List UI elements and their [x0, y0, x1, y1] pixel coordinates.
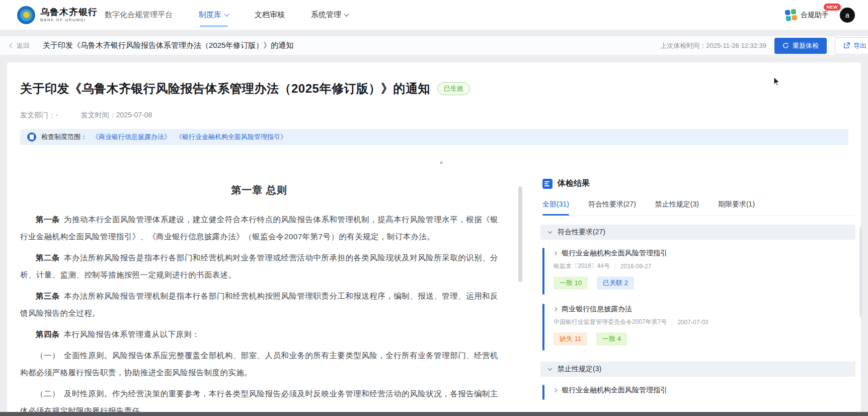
export-button[interactable]: 导出 — [835, 37, 868, 54]
result-item-risk-guideline-2[interactable]: 银行业金融机构全面风险管理指引 — [542, 383, 855, 402]
doc-paragraph: 第四条本行风险报告体系管理遵从以下原则： — [20, 326, 498, 343]
document-meta: 发文部门：- 发文时间：2025-07-08 — [20, 111, 152, 120]
document-body: 第一章 总则 第一条为推动本行全面风险管理体系建设，建立健全符合本行特点的风险报… — [20, 183, 498, 416]
nav-item-label: 系统管理 — [311, 10, 341, 20]
article-label: 第一条 — [36, 215, 60, 224]
doc-paragraph: 第一条为推动本行全面风险管理体系建设，建立健全符合本行特点的风险报告体系和管理机… — [20, 211, 498, 245]
document-card: 关于印发《乌鲁木齐银行风险报告体系管理办法（2025年修订版）》的通知 已生效 … — [7, 62, 861, 412]
article-text: 本办法所称风险报告管理机制是指本行各部门和经营机构按照风险管理职责分工和报送程序… — [20, 292, 498, 317]
doc-paragraph: 第三条本办法所称风险报告管理机制是指本行各部门和经营机构按照风险管理职责分工和报… — [20, 288, 498, 322]
badge-missing: 缺失 11 — [554, 332, 587, 345]
recheck-label: 重新体检 — [793, 41, 819, 50]
status-badge: 已生效 — [437, 82, 470, 95]
scope-link-risk-guideline[interactable]: 《银行业金融机构全面风险管理指引》 — [176, 132, 287, 142]
chevron-down-icon — [548, 229, 552, 233]
last-check-time: 上次体检时间：2025-11-26 12:32:39 — [660, 41, 766, 50]
badge-consistent: 一致 4 — [596, 332, 627, 345]
section-label: 禁止性规定(3) — [558, 365, 601, 374]
chapter-heading: 第一章 总则 — [20, 183, 498, 197]
chevron-down-icon — [548, 366, 552, 370]
result-item-date: 2007-07-03 — [677, 319, 708, 326]
clause-text: 全面性原则。风险报告体系应完整覆盖全部机构、部室、人员和业务的所有主要类型风险，… — [20, 351, 498, 377]
report-icon — [542, 179, 553, 189]
chevron-right-icon — [553, 388, 557, 392]
divider — [672, 319, 672, 325]
meta-issue-date: 发文时间：2025-07-08 — [81, 111, 152, 120]
clause-label: （二） — [36, 389, 60, 398]
bottom-strip — [0, 412, 868, 416]
platform-name: 数字化合规管理平台 — [105, 10, 173, 20]
clause-text: 及时性原则。作为经营决策的重要参考，本行各类型风险报告必须及时反映业务管理和经营… — [20, 389, 498, 415]
section-label: 符合性要求(27) — [558, 228, 605, 237]
article-text: 本行风险报告体系管理遵从以下原则： — [64, 330, 200, 338]
badge-linked: 已关联 2 — [597, 276, 634, 290]
result-tabs: 全部(31) 符合性要求(27) 禁止性规定(3) 期限要求(1) — [542, 200, 855, 216]
main-menu: 制度库 文档审核 系统管理 — [199, 0, 348, 30]
doc-paragraph: 第二条本办法所称风险报告是指本行各部门和经营机构对业务管理或经营活动中所承担的各… — [20, 249, 498, 284]
back-button[interactable]: 返回 — [10, 41, 30, 50]
divider — [615, 263, 615, 269]
chevron-down-icon — [224, 12, 229, 17]
section-prohibitions[interactable]: 禁止性规定(3) — [540, 362, 855, 377]
brand-name-en: BANK OF URUMQI — [40, 18, 98, 22]
user-avatar[interactable]: a — [840, 8, 855, 23]
article-text: 本办法所称风险报告是指本行各部门和经营机构对业务管理或经营活动中所承担的各类风险… — [20, 253, 498, 279]
panel-title: 体检结果 — [558, 178, 590, 189]
result-item-date: 2016-09-27 — [620, 263, 651, 270]
article-text: 为推动本行全面风险管理体系建设，建立健全符合本行特点的风险报告体系和管理机制，提… — [20, 215, 498, 241]
export-label: 导出 — [853, 41, 866, 50]
breadcrumb-title: 关于印发《乌鲁木齐银行风险报告体系管理办法（2025年修订版）》的通知 — [43, 41, 293, 50]
result-item-title: 银行业金融机构全面风险管理指引 — [562, 386, 667, 395]
nav-item-system-management[interactable]: 系统管理 — [311, 0, 348, 30]
nav-item-label: 制度库 — [199, 10, 221, 20]
bank-logo: 乌鲁木齐银行 BANK OF URUMQI — [17, 6, 98, 24]
export-icon — [843, 42, 850, 49]
result-item-title: 商业银行信息披露办法 — [562, 305, 632, 314]
chevron-down-icon — [344, 12, 349, 17]
top-nav: 乌鲁木齐银行 BANK OF URUMQI 数字化合规管理平台 制度库 文档审核… — [0, 0, 868, 30]
recheck-button[interactable]: 重新体检 — [774, 38, 827, 54]
article-label: 第二条 — [36, 253, 60, 262]
doc-paragraph: （二）及时性原则。作为经营决策的重要参考，本行各类型风险报告必须及时反映业务管理… — [20, 385, 498, 416]
result-item-disclosure-measures[interactable]: 商业银行信息披露办法 中国银行业监督管理委员会令2007年第7号 2007-07… — [542, 302, 855, 353]
back-label: 返回 — [17, 41, 30, 50]
article-label: 第四条 — [36, 330, 60, 338]
collapse-header-button[interactable]: ▲ — [430, 159, 453, 167]
result-item-risk-guideline[interactable]: 银行业金融机构全面风险管理指引 银监发〔2016〕44号 2016-09-27 … — [542, 246, 855, 297]
new-badge: NEW — [824, 4, 841, 11]
badge-consistent: 一致 10 — [554, 276, 588, 290]
document-icon — [27, 132, 36, 142]
doc-paragraph: （一）全面性原则。风险报告体系应完整覆盖全部机构、部室、人员和业务的所有主要类型… — [20, 347, 498, 381]
document-title: 关于印发《乌鲁木齐银行风险报告体系管理办法（2025年修订版）》的通知 — [20, 81, 430, 97]
nav-item-document-review[interactable]: 文档审核 — [255, 0, 285, 30]
section-compliance-requirements[interactable]: 符合性要求(27) — [540, 225, 855, 240]
scope-label: 检查制度范围： — [41, 132, 87, 142]
chevron-right-icon — [553, 251, 557, 255]
panel-scrollbar[interactable] — [859, 227, 862, 317]
tab-prohibitions[interactable]: 禁止性规定(3) — [655, 200, 699, 209]
chevron-left-icon — [10, 43, 15, 48]
clause-label: （一） — [36, 351, 60, 360]
tab-all[interactable]: 全部(31) — [542, 200, 569, 209]
scope-link-disclosure[interactable]: 《商业银行信息披露办法》 — [92, 132, 171, 142]
page-toolbar: 返回 关于印发《乌鲁木齐银行风险报告体系管理办法（2025年修订版）》的通知 上… — [0, 36, 868, 55]
tab-compliance-requirements[interactable]: 符合性要求(27) — [588, 200, 636, 209]
assistant-label: 合规助手 — [801, 11, 829, 20]
refresh-icon — [782, 42, 789, 49]
article-label: 第三条 — [36, 292, 60, 300]
document-scrollbar[interactable] — [518, 186, 522, 282]
result-item-ref: 银监发〔2016〕44号 — [554, 262, 610, 270]
nav-item-regulation-library[interactable]: 制度库 — [199, 0, 228, 30]
brand-name: 乌鲁木齐银行 — [40, 8, 98, 17]
meta-department: 发文部门：- — [20, 111, 58, 120]
tab-deadline-requirements[interactable]: 期限要求(1) — [718, 200, 755, 209]
bank-logo-icon — [17, 6, 35, 24]
check-result-panel: 体检结果 全部(31) 符合性要求(27) 禁止性规定(3) 期限要求(1) 符… — [540, 178, 855, 407]
nav-item-label: 文档审核 — [255, 10, 285, 20]
check-scope-banner: 检查制度范围： 《商业银行信息披露办法》 《银行业金融机构全面风险管理指引》 — [20, 129, 848, 145]
result-item-title: 银行业金融机构全面风险管理指引 — [562, 249, 667, 258]
assistant-icon — [785, 9, 798, 21]
chevron-right-icon — [553, 307, 557, 311]
result-item-ref: 中国银行业监督管理委员会令2007年第7号 — [554, 318, 667, 326]
compliance-assistant-button[interactable]: 合规助手 NEW — [785, 10, 829, 21]
